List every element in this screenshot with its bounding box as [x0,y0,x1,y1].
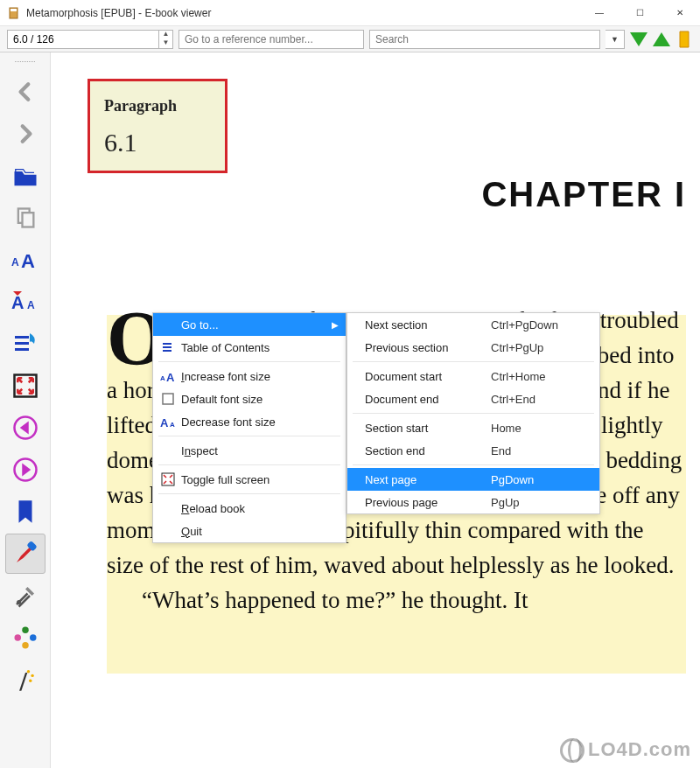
submenu-item-shortcut: PgUp [491,496,587,509]
menu-separator [353,413,594,414]
submenu-item[interactable]: Next sectionCtrl+PgDown [347,313,599,336]
menu-item[interactable]: Default font size [153,387,346,410]
submenu-item-label: Previous page [361,496,491,509]
submenu-item-shortcut: Ctrl+Home [491,370,587,383]
submenu-item[interactable]: Previous pagePgUp [347,491,599,513]
submenu-item-shortcut: Ctrl+End [491,393,587,406]
menu-separator [158,436,340,436]
themes-button[interactable] [5,618,46,658]
svg-text:A: A [160,416,169,428]
help-button[interactable] [676,30,693,49]
increase-font-button[interactable]: AA [5,240,46,280]
menu-item-label: Quit [178,525,330,538]
toolbar-grip[interactable] [12,58,38,65]
copy-button[interactable] [5,198,46,238]
page-position-input[interactable] [8,31,158,48]
submenu-item-label: Next page [361,473,491,486]
svg-rect-31 [163,394,173,404]
submenu-item[interactable]: Document startCtrl+Home [347,365,599,387]
submenu-item[interactable]: Section startHome [347,416,599,439]
search-input[interactable] [369,30,600,49]
submenu-item-label: Section end [361,444,491,457]
lookup-button[interactable] [5,660,46,700]
spin-down-button[interactable]: ▼ [159,39,172,48]
menu-item[interactable]: Reload book [153,497,346,520]
svg-point-25 [29,679,32,681]
svg-rect-28 [163,350,172,352]
submenu-item-label: Previous section [361,341,491,354]
menu-separator [158,464,340,465]
goto-submenu[interactable]: Next sectionCtrl+PgDownPrevious sectionC… [346,312,600,514]
bookmark-button[interactable] [5,492,46,532]
svg-text:A: A [160,374,165,382]
svg-rect-3 [22,213,33,227]
sidebar: AA AA [0,52,51,768]
paragraph-2: “What’s happened to me?” he thought. It [142,587,528,613]
menu-item[interactable]: AAIncrease font size [153,365,346,387]
next-match-button[interactable] [630,30,648,49]
menu-item-label: Decrease font size [178,415,330,429]
prev-page-button[interactable] [5,408,46,448]
decrease-font-button[interactable]: AA [5,282,46,322]
back-button[interactable] [5,72,46,112]
menu-item[interactable]: AADecrease font size [153,410,346,433]
svg-point-21 [30,634,37,641]
window-title: Metamorphosis [EPUB] - E-book viewer [26,7,579,19]
highlight-button[interactable] [5,534,46,574]
svg-rect-10 [15,342,29,345]
paragraph-number: 6.1 [104,128,211,157]
prev-match-button[interactable] [653,30,670,49]
spin-up-button[interactable]: ▲ [159,31,172,39]
toc-button[interactable] [5,324,46,364]
submenu-item[interactable]: Section endEnd [347,439,599,462]
preferences-button[interactable] [5,576,46,616]
close-button[interactable]: ✕ [660,0,700,26]
submenu-item-shortcut: PgDown [491,473,587,486]
minimize-button[interactable]: — [579,0,620,26]
submenu-item-label: Document end [361,393,491,406]
menu-separator [158,493,340,494]
svg-point-24 [31,674,33,677]
submenu-item-shortcut: End [491,444,587,457]
submenu-item[interactable]: Document endCtrl+End [347,387,599,410]
forward-button[interactable] [5,114,46,154]
svg-point-18 [17,600,21,604]
open-book-button[interactable] [5,156,46,196]
submenu-item-label: Section start [361,422,491,435]
menu-item[interactable]: Inspect [153,439,346,462]
svg-text:A: A [170,421,175,428]
menu-item-label: Reload book [178,502,330,515]
svg-text:A: A [27,299,35,311]
svg-marker-14 [19,422,28,435]
menu-item[interactable]: Toggle full screen [153,468,346,491]
menu-item-label: Increase font size [178,370,330,383]
menu-item[interactable]: Go to...▶ [153,313,346,336]
font-def-icon [158,392,178,406]
next-page-button[interactable] [5,450,46,490]
reference-input[interactable] [178,30,364,49]
svg-marker-16 [22,464,31,477]
page-position-spinbox[interactable]: ▲ ▼ [7,30,173,49]
svg-point-22 [22,642,29,649]
context-menu[interactable]: Go to...▶Table of ContentsAAIncrease fon… [152,312,346,543]
menu-item[interactable]: Table of Contents [153,336,346,359]
fullscreen-button[interactable] [5,366,46,406]
menu-separator [353,464,594,465]
menu-separator [158,361,340,362]
submenu-item[interactable]: Previous sectionCtrl+PgUp [347,336,599,359]
svg-rect-26 [163,343,172,345]
maximize-button[interactable]: ☐ [620,0,660,26]
submenu-item-label: Document start [361,370,491,383]
svg-rect-9 [15,336,29,339]
fullscreen-icon [158,472,178,486]
paragraph-label: Paragraph [104,97,211,115]
font-inc-icon: AA [158,370,178,382]
svg-rect-27 [163,346,172,348]
svg-point-19 [22,627,29,634]
submenu-arrow-icon: ▶ [332,320,339,330]
search-dropdown-button[interactable]: ▼ [606,30,625,49]
submenu-item[interactable]: Next pagePgDown [347,468,599,491]
menu-item[interactable]: Quit [153,520,346,542]
menu-item-label: Inspect [178,444,330,457]
chapter-heading: CHAPTER I [481,175,686,214]
